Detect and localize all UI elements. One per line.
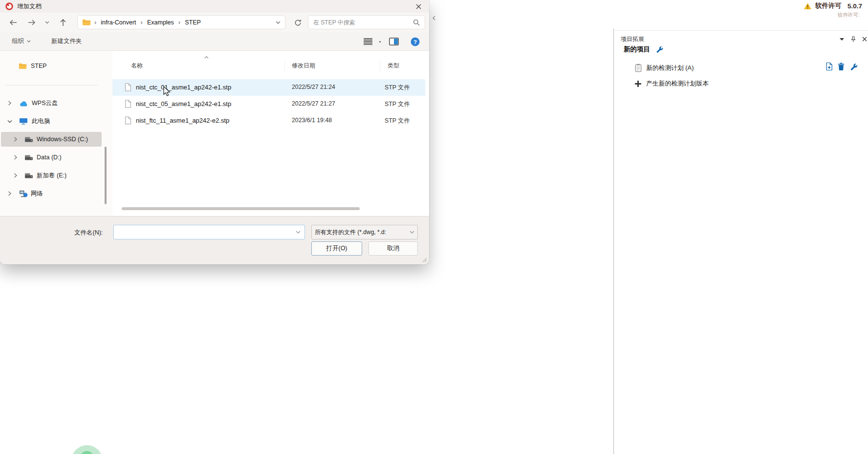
add-document-dialog: 增加文档 › infra-Convert › Examples › — [0, 0, 429, 264]
license-subtext: 软件许可: — [838, 12, 860, 19]
sidebar-item-label: STEP — [31, 63, 47, 69]
file-name: nist_ftc_11_asme1_ap242-e2.stp — [136, 117, 229, 124]
breadcrumb-separator: › — [91, 19, 100, 26]
search-input[interactable] — [313, 19, 413, 26]
help-icon[interactable]: ? — [411, 37, 420, 46]
sidebar-item-wps-cloud[interactable]: WPS云盘 — [0, 96, 112, 110]
refresh-button[interactable] — [290, 15, 305, 30]
arrow-left-icon — [9, 19, 17, 26]
breadcrumb-item-infra-convert[interactable]: infra-Convert — [100, 19, 137, 26]
chevron-down-icon[interactable] — [276, 21, 281, 24]
file-row[interactable]: nist_ctc_01_asme1_ap242-e1.stp 2022/5/27… — [112, 79, 425, 96]
resize-grip[interactable] — [422, 257, 427, 262]
panel-pin-button[interactable] — [849, 36, 857, 43]
breadcrumb-separator: › — [137, 19, 146, 26]
column-divider[interactable] — [380, 61, 380, 71]
search-icon[interactable] — [413, 19, 420, 26]
preview-pane-icon[interactable] — [389, 38, 399, 45]
sort-ascending-icon — [204, 56, 209, 59]
view-options-dot-icon[interactable] — [379, 41, 381, 43]
organize-button[interactable]: 组织 — [8, 35, 35, 48]
svg-text:?: ? — [413, 39, 417, 45]
new-folder-button[interactable]: 新建文件夹 — [47, 35, 86, 48]
filetype-value: 所有支持的文件 (*.dwg, *.d: — [315, 228, 410, 237]
horizontal-scrollbar[interactable] — [122, 207, 360, 210]
sidebar-scrollbar[interactable] — [105, 147, 107, 204]
dialog-title: 增加文档 — [17, 2, 42, 11]
new-document-icon[interactable] — [825, 62, 833, 71]
dialog-content: STEP WPS云盘 此电脑 — [0, 51, 429, 216]
close-icon — [862, 37, 867, 42]
sidebar-item-data-d[interactable]: Data (D:) — [0, 150, 112, 165]
file-row[interactable]: nist_ftc_11_asme1_ap242-e2.stp 2023/6/1 … — [112, 112, 425, 129]
dialog-close-button[interactable] — [410, 0, 427, 12]
file-row[interactable]: nist_ctc_05_asme1_ap242-e1.stp 2022/5/27… — [112, 96, 425, 112]
search-box[interactable] — [308, 15, 425, 29]
new-plan-version-action[interactable]: 产生新的检测计划版本 — [634, 78, 709, 89]
close-icon — [416, 4, 421, 9]
sidebar-item-label: WPS云盘 — [32, 99, 58, 108]
sidebar-item-step[interactable]: STEP — [0, 59, 112, 73]
breadcrumb-separator: › — [175, 19, 184, 26]
wrench-icon[interactable] — [655, 45, 663, 53]
sidebar-item-windows-ssd-c[interactable]: Windows-SSD (C:) — [0, 132, 112, 147]
chevron-down-icon[interactable] — [296, 231, 301, 234]
clipboard-icon — [634, 64, 642, 72]
file-icon — [125, 83, 131, 91]
dialog-command-bar: 组织 新建文件夹 ? — [0, 32, 429, 51]
chevron-right-icon[interactable] — [8, 101, 11, 106]
chevron-right-icon[interactable] — [14, 137, 17, 142]
wrench-icon[interactable] — [849, 63, 858, 71]
open-button[interactable]: 打开(O) — [311, 241, 362, 256]
app-logo-icon — [5, 2, 13, 10]
collapse-left-icon[interactable] — [432, 16, 436, 21]
drive-icon — [24, 173, 33, 179]
project-expansion-panel: 项目拓展 新的项目 新的检测计划 (A) — [614, 30, 868, 454]
cloud-icon — [19, 100, 28, 107]
back-button[interactable] — [6, 15, 21, 30]
recent-locations-button[interactable] — [41, 15, 53, 30]
caret-down-icon — [840, 38, 844, 41]
chevron-down-icon[interactable] — [7, 120, 12, 123]
plus-icon — [634, 80, 642, 87]
inspection-plan-item[interactable]: 新的检测计划 (A) — [634, 62, 694, 74]
filename-label: 文件名(N): — [74, 229, 103, 237]
panel-menu-button[interactable] — [838, 36, 846, 43]
breadcrumb-item-examples[interactable]: Examples — [146, 19, 175, 26]
file-type: STP 文件 — [385, 117, 410, 125]
filename-input[interactable] — [118, 229, 296, 236]
chevron-right-icon[interactable] — [14, 173, 17, 178]
breadcrumb-item-step[interactable]: STEP — [184, 19, 202, 26]
delete-icon[interactable] — [837, 62, 845, 71]
address-bar[interactable]: › infra-Convert › Examples › STEP — [77, 15, 285, 29]
computer-icon — [19, 118, 28, 125]
column-header-name[interactable]: 名称 — [131, 62, 143, 70]
chevron-right-icon[interactable] — [8, 191, 11, 196]
sidebar-item-new-volume-e[interactable]: 新加卷 (E:) — [0, 168, 112, 183]
sidebar-item-network[interactable]: 网络 — [0, 186, 112, 201]
column-header-date[interactable]: 修改日期 — [292, 62, 315, 70]
chevron-down-icon — [27, 40, 31, 43]
column-divider[interactable] — [284, 61, 285, 71]
warning-icon — [803, 2, 812, 10]
pin-icon — [851, 36, 856, 43]
dialog-titlebar[interactable]: 增加文档 — [0, 0, 429, 13]
forward-button[interactable] — [24, 15, 39, 30]
sidebar-item-label: 新加卷 (E:) — [37, 172, 66, 180]
cancel-button[interactable]: 取消 — [369, 241, 418, 256]
license-status: 软件许可 5.0.7 — [803, 1, 862, 10]
sidebar-item-label: Data (D:) — [37, 154, 62, 161]
filename-combobox[interactable] — [113, 225, 305, 239]
file-list-area: 名称 修改日期 类型 nist_ctc_01_asme1_ap242-e1.st… — [112, 51, 429, 216]
license-label: 软件许可 — [815, 1, 842, 10]
chevron-right-icon[interactable] — [14, 155, 17, 160]
network-icon — [19, 190, 28, 197]
file-type: STP 文件 — [385, 84, 410, 92]
column-header-type[interactable]: 类型 — [388, 62, 399, 70]
filetype-dropdown[interactable]: 所有支持的文件 (*.dwg, *.d: — [311, 225, 418, 239]
panel-close-button[interactable] — [861, 36, 868, 43]
sidebar-item-this-pc[interactable]: 此电脑 — [0, 114, 112, 129]
up-button[interactable] — [56, 15, 70, 30]
list-view-icon[interactable] — [364, 38, 372, 45]
file-list-header: 名称 修改日期 类型 — [112, 59, 426, 72]
